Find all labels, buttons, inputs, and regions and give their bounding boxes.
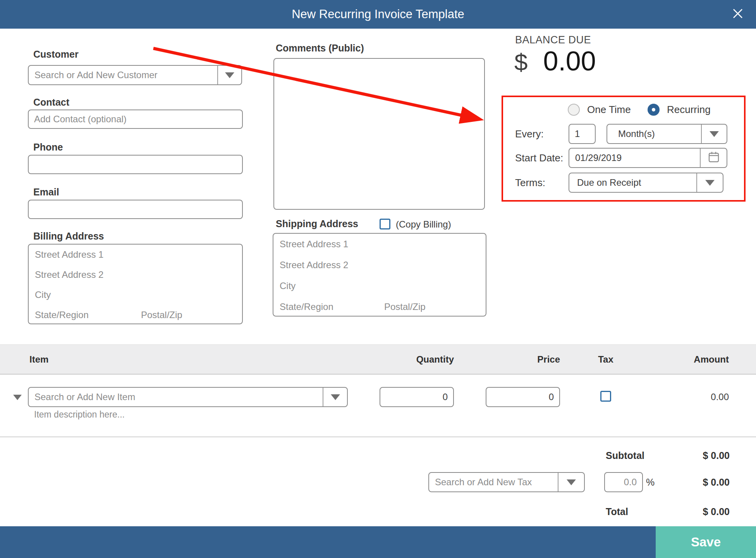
one-time-label: One Time [587,104,631,116]
subtotal-value: $ 0.00 [703,445,730,466]
close-button[interactable] [730,7,745,22]
footer-bar [0,526,756,558]
terms-value: Due on Receipt [569,173,696,192]
item-column-header: Item [29,345,48,374]
customer-select-arrow[interactable] [217,66,241,84]
close-icon [731,7,744,22]
one-time-radio[interactable] [568,104,580,116]
every-interval-input[interactable] [569,124,596,144]
price-column-header: Price [537,345,560,374]
email-input[interactable] [28,200,243,219]
phone-input[interactable] [28,155,243,174]
shipping-city-field[interactable]: City [273,276,486,296]
shipping-address-label: Shipping Address [276,217,358,230]
tax-select-arrow[interactable] [558,473,584,491]
shipping-state-field[interactable]: State/Region [280,301,333,312]
start-date-field[interactable]: 01/29/2019 [569,148,727,168]
balance-due-label: BALANCE DUE [515,34,591,46]
shipping-postal-field[interactable]: Postal/Zip [384,296,426,317]
tax-checkbox[interactable] [600,391,611,402]
billing-city-field[interactable]: City [29,285,242,305]
tax-select[interactable]: Search or Add New Tax [428,472,585,492]
copy-billing-label: (Copy Billing) [396,219,451,230]
start-date-value: 01/29/2019 [569,149,700,167]
billing-state-postal-field[interactable]: State/Region Postal/Zip [29,305,242,325]
recurring-label: Recurring [667,104,711,116]
tax-column-header: Tax [589,345,622,374]
items-table-header: Item Quantity Price Tax Amount [0,344,756,375]
amount-column-header: Amount [694,345,729,374]
start-date-calendar-button[interactable] [700,149,727,167]
item-select-arrow[interactable] [323,388,347,406]
recurring-radio[interactable] [648,104,660,116]
modal-header: New Recurring Invoice Template [0,0,756,29]
balance-value: 0.00 [543,46,596,76]
terms-select[interactable]: Due on Receipt [569,173,723,193]
billing-postal-field[interactable]: Postal/Zip [141,305,182,325]
billing-street1-field[interactable]: Street Address 1 [29,245,242,265]
phone-label: Phone [33,141,63,153]
balance-due-amount: $0.00 [514,46,596,77]
quantity-input[interactable] [380,387,454,407]
item-description-placeholder[interactable]: Item description here... [34,409,125,420]
percent-label: % [646,472,655,492]
tax-select-placeholder: Search or Add New Tax [429,473,558,491]
item-select[interactable]: Search or Add New Item [28,387,348,407]
price-input[interactable] [486,387,560,407]
chevron-down-icon [567,479,576,485]
shipping-state-postal-field[interactable]: State/Region Postal/Zip [273,296,486,317]
interval-unit-value: Month(s) [607,125,701,143]
contact-label: Contact [33,96,69,108]
item-row-expander chevron-down-icon[interactable] [13,395,22,400]
terms-select-arrow[interactable] [696,173,723,192]
amount-value: 0.00 [711,387,729,407]
new-recurring-invoice-modal: New Recurring Invoice Template Customer … [0,0,756,558]
shipping-street2-field[interactable]: Street Address 2 [273,255,486,276]
comments-label: Comments (Public) [276,42,364,54]
save-button-label: Save [691,535,721,549]
calendar-icon [707,151,720,165]
quantity-column-header: Quantity [416,345,454,374]
tax-rate-input[interactable] [604,472,643,492]
start-date-label: Start Date: [515,148,563,168]
customer-label: Customer [33,48,79,60]
shipping-address-box[interactable]: Street Address 1 Street Address 2 City S… [273,233,486,317]
item-select-placeholder: Search or Add New Item [29,388,323,406]
interval-unit-arrow[interactable] [701,125,727,143]
billing-address-label: Billing Address [33,230,104,242]
shipping-street1-field[interactable]: Street Address 1 [273,234,486,255]
email-label: Email [33,186,59,198]
total-label: Total [606,502,628,522]
tax-amount-value: $ 0.00 [703,472,730,492]
table-bottom-divider [0,436,756,437]
modal-title: New Recurring Invoice Template [0,0,756,29]
terms-label: Terms: [515,173,545,193]
every-label: Every: [515,124,544,144]
contact-input[interactable] [28,110,243,129]
save-button[interactable]: Save [656,526,756,558]
chevron-down-icon [225,72,234,78]
interval-unit-select[interactable]: Month(s) [607,124,727,144]
chevron-down-icon [331,394,340,400]
billing-street2-field[interactable]: Street Address 2 [29,265,242,285]
copy-billing-checkbox[interactable] [380,219,390,229]
customer-select[interactable]: Search or Add New Customer [28,65,242,85]
total-value: $ 0.00 [703,502,730,522]
chevron-down-icon [705,180,715,186]
subtotal-label: Subtotal [606,445,644,466]
chevron-down-icon [710,131,719,137]
billing-address-box[interactable]: Street Address 1 Street Address 2 City S… [28,244,243,324]
comments-textarea[interactable] [273,58,485,210]
balance-currency: $ [514,49,527,75]
customer-select-placeholder: Search or Add New Customer [29,66,217,84]
billing-state-field[interactable]: State/Region [35,310,89,320]
